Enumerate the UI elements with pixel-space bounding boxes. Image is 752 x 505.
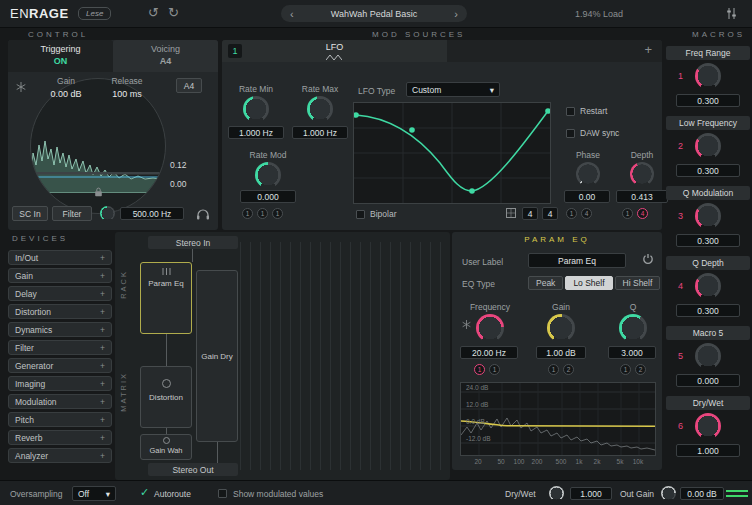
mod-slot[interactable]: 1 <box>566 208 577 219</box>
preset-name[interactable]: WahWah Pedal Basic <box>331 9 417 19</box>
device-list-item[interactable]: Generator + <box>8 358 112 373</box>
rate-mod-value[interactable]: 0.000 <box>240 190 296 203</box>
stereo-in-node[interactable]: Stereo In <box>148 236 238 249</box>
add-device-icon[interactable]: + <box>100 379 105 389</box>
grid-snap-icon[interactable] <box>506 208 516 220</box>
rate-min-value[interactable]: 1.000 Hz <box>228 126 284 139</box>
mod-slot[interactable]: 1 <box>620 364 631 375</box>
release-control[interactable]: Release 100 ms <box>100 76 154 99</box>
preset-selector[interactable]: ‹ WahWah Pedal Basic › <box>281 5 467 22</box>
sidechain-in-button[interactable]: SC In <box>12 206 48 221</box>
macro-value[interactable]: 0.300 <box>676 304 740 317</box>
power-icon[interactable] <box>642 253 654 267</box>
user-label-input[interactable] <box>528 253 626 268</box>
eq-response-graph[interactable] <box>460 382 656 456</box>
rack-node-param-eq[interactable]: Param Eq <box>140 262 192 334</box>
rack-matrix-area[interactable]: Stereo In RACK MATRIX Param Eq Gain Dry … <box>115 232 450 480</box>
frequency-knob[interactable] <box>476 314 504 342</box>
rack-node-distortion[interactable]: Distortion <box>140 366 192 428</box>
next-preset-icon[interactable]: › <box>454 8 458 20</box>
mod-slot[interactable]: 1 <box>489 364 500 375</box>
device-list-item[interactable]: Imaging + <box>8 376 112 391</box>
grid-y-value[interactable]: 4 <box>542 207 558 220</box>
daw-sync-checkbox-row[interactable]: DAW sync <box>566 128 619 138</box>
previous-preset-icon[interactable]: ‹ <box>290 8 294 20</box>
depth-knob[interactable] <box>630 162 654 186</box>
bipolar-checkbox[interactable] <box>356 210 365 219</box>
macro-name[interactable]: Q Modulation <box>666 186 750 200</box>
node-knob-icon[interactable] <box>163 437 170 444</box>
macro-name[interactable]: Q Depth <box>666 256 750 270</box>
macro-name[interactable]: Dry/Wet <box>666 396 750 410</box>
rate-min-knob[interactable] <box>243 96 269 122</box>
mod-source-tab-1[interactable]: 1 LFO <box>222 40 447 62</box>
q-knob[interactable] <box>619 314 647 342</box>
eq-gain-value[interactable]: 1.00 dB <box>536 346 586 359</box>
rack-node-gain-dry[interactable]: Gain Dry <box>196 270 238 442</box>
gain-value[interactable]: 0.00 dB <box>38 89 94 99</box>
filter-freq-value[interactable]: 500.00 Hz <box>120 207 184 220</box>
mod-slot[interactable]: 1 <box>272 208 283 219</box>
filter-button[interactable]: Filter <box>52 206 92 221</box>
add-device-icon[interactable]: + <box>100 289 105 299</box>
restart-checkbox[interactable] <box>566 107 575 116</box>
mod-slot[interactable]: 4 <box>581 208 592 219</box>
mod-slot[interactable]: 1 <box>474 364 485 375</box>
eq-type-button[interactable]: Lo Shelf <box>565 276 612 290</box>
note-button[interactable]: A4 <box>176 78 202 93</box>
rate-max-knob[interactable] <box>307 96 333 122</box>
gain-control[interactable]: Gain 0.00 dB <box>38 76 94 99</box>
eq-type-button[interactable]: Hi Shelf <box>615 276 661 290</box>
add-device-icon[interactable]: + <box>100 343 105 353</box>
macro-value[interactable]: 0.000 <box>676 374 740 387</box>
oversampling-dropdown[interactable]: Off ▾ <box>72 486 116 501</box>
add-device-icon[interactable]: + <box>100 253 105 263</box>
undo-icon[interactable]: ↺ <box>148 5 159 20</box>
mod-slot[interactable]: 1 <box>548 364 559 375</box>
release-value[interactable]: 100 ms <box>100 89 154 99</box>
rate-mod-knob[interactable] <box>255 162 281 188</box>
brand-logo[interactable]: Lese <box>78 7 111 20</box>
add-device-icon[interactable]: + <box>100 397 105 407</box>
device-list-item[interactable]: Pitch + <box>8 412 112 427</box>
mod-slot[interactable]: 1 <box>257 208 268 219</box>
add-mod-source-icon[interactable]: + <box>644 42 652 57</box>
add-device-icon[interactable]: + <box>100 307 105 317</box>
macro-knob[interactable] <box>695 133 721 159</box>
device-list-item[interactable]: In/Out + <box>8 250 112 265</box>
matrix-grid[interactable] <box>240 242 446 470</box>
macro-name[interactable]: Macro 5 <box>666 326 750 340</box>
autoroute-check-icon[interactable]: ✓ <box>140 486 149 499</box>
mod-slot[interactable]: 1 <box>242 208 253 219</box>
macro-value[interactable]: 0.300 <box>676 164 740 177</box>
macro-value[interactable]: 1.000 <box>676 444 740 457</box>
autoroute-label[interactable]: Autoroute <box>154 489 191 499</box>
frequency-value[interactable]: 20.00 Hz <box>460 346 518 359</box>
daw-sync-checkbox[interactable] <box>566 129 575 138</box>
macro-name[interactable]: Low Frequency <box>666 116 750 130</box>
depth-value[interactable]: 0.413 <box>616 190 668 203</box>
eq-type-button[interactable]: Peak <box>528 276 563 290</box>
q-value[interactable]: 3.000 <box>608 346 656 359</box>
device-list-item[interactable]: Reverb + <box>8 430 112 445</box>
macro-value[interactable]: 0.300 <box>676 94 740 107</box>
device-list-item[interactable]: Distortion + <box>8 304 112 319</box>
device-list-item[interactable]: Analyzer + <box>8 448 112 463</box>
macro-knob[interactable] <box>695 273 721 299</box>
device-list-item[interactable]: Dynamics + <box>8 322 112 337</box>
lfo-curve-editor[interactable] <box>353 102 551 204</box>
device-list-item[interactable]: Modulation + <box>8 394 112 409</box>
macro-knob[interactable] <box>695 413 721 439</box>
restart-checkbox-row[interactable]: Restart <box>566 106 607 116</box>
mod-slot[interactable]: 1 <box>622 208 633 219</box>
redo-icon[interactable]: ↻ <box>168 5 179 20</box>
add-device-icon[interactable]: + <box>100 415 105 425</box>
envelope-waveform[interactable] <box>31 133 166 193</box>
macro-name[interactable]: Freq Range <box>666 46 750 60</box>
add-device-icon[interactable]: + <box>100 361 105 371</box>
out-gain-value[interactable]: 0.00 dB <box>680 487 724 500</box>
mod-slot[interactable]: 4 <box>637 208 648 219</box>
grid-x-value[interactable]: 4 <box>522 207 538 220</box>
device-list-item[interactable]: Filter + <box>8 340 112 355</box>
macro-knob[interactable] <box>695 343 721 369</box>
